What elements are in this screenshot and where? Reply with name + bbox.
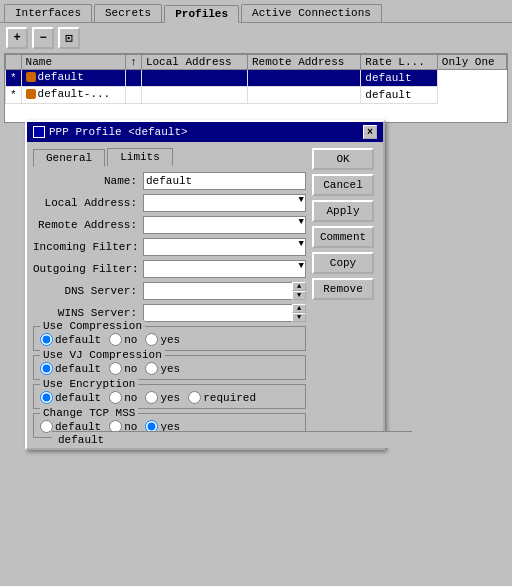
col-marker	[6, 55, 22, 70]
remote-address-row: Remote Address:	[33, 216, 306, 234]
ok-button[interactable]: OK	[312, 148, 374, 170]
dialog-right-panel: OK Cancel Apply Comment Copy Remove	[312, 148, 377, 442]
dialog-left-panel: General Limits Name: Local Address: Remo…	[33, 148, 306, 442]
comment-button[interactable]: Comment	[312, 226, 374, 248]
wins-spinner-down[interactable]: ▼	[292, 313, 306, 322]
row-onlyone: default	[361, 87, 438, 104]
profiles-table: Name ↑ Local Address Remote Address Rate…	[4, 53, 508, 123]
encryption-no-option: no	[109, 391, 137, 404]
local-address-row: Local Address:	[33, 194, 306, 212]
col-name[interactable]: Name	[21, 55, 126, 70]
tab-profiles[interactable]: Profiles	[164, 5, 239, 23]
copy-button[interactable]: ⊡	[58, 27, 80, 49]
name-row: Name:	[33, 172, 306, 190]
encryption-required-label: required	[203, 392, 256, 404]
compression-no-radio[interactable]	[109, 333, 122, 346]
wins-server-spinner: ▲ ▼	[143, 304, 306, 322]
encryption-required-radio[interactable]	[188, 391, 201, 404]
incoming-filter-select[interactable]	[143, 238, 306, 256]
tab-interfaces[interactable]: Interfaces	[4, 4, 92, 22]
dns-spinner-up[interactable]: ▲	[292, 282, 306, 291]
incoming-filter-select-wrapper	[143, 238, 306, 256]
use-compression-section: Use Compression default no yes	[33, 326, 306, 351]
copy-button[interactable]: Copy	[312, 252, 374, 274]
remote-address-label: Remote Address:	[33, 219, 143, 231]
compression-default-option: default	[40, 333, 101, 346]
use-compression-group: default no yes	[40, 333, 299, 346]
compression-yes-radio[interactable]	[145, 333, 158, 346]
name-label: Name:	[33, 175, 143, 187]
encryption-default-label: default	[55, 392, 101, 404]
add-button[interactable]: +	[6, 27, 28, 49]
encryption-yes-radio[interactable]	[145, 391, 158, 404]
encryption-default-option: default	[40, 391, 101, 404]
remote-address-select[interactable]	[143, 216, 306, 234]
local-address-select-wrapper	[143, 194, 306, 212]
row-name: default	[21, 70, 126, 87]
row-local	[126, 87, 142, 104]
wins-spinner-up[interactable]: ▲	[292, 304, 306, 313]
col-sort[interactable]: ↑	[126, 55, 142, 70]
outgoing-filter-row: Outgoing Filter:	[33, 260, 306, 278]
dialog-icon	[33, 126, 45, 138]
change-tcp-mss-legend: Change TCP MSS	[40, 407, 138, 419]
use-vj-compression-legend: Use VJ Compression	[40, 349, 165, 361]
toolbar: + − ⊡	[0, 23, 512, 53]
wins-server-input[interactable]	[143, 304, 306, 322]
outgoing-filter-select[interactable]	[143, 260, 306, 278]
dialog-close-button[interactable]: ×	[363, 125, 377, 139]
vj-default-radio[interactable]	[40, 362, 53, 375]
tab-secrets[interactable]: Secrets	[94, 4, 162, 22]
use-encryption-section: Use Encryption default no yes	[33, 384, 306, 409]
encryption-yes-label: yes	[160, 392, 180, 404]
vj-no-radio[interactable]	[109, 362, 122, 375]
local-address-select[interactable]	[143, 194, 306, 212]
compression-no-option: no	[109, 333, 137, 346]
dialog-tab-bar: General Limits	[33, 148, 306, 166]
incoming-filter-label: Incoming Filter:	[33, 241, 143, 253]
use-encryption-legend: Use Encryption	[40, 378, 138, 390]
encryption-no-label: no	[124, 392, 137, 404]
row-local	[126, 70, 142, 87]
dns-spinner-down[interactable]: ▼	[292, 291, 306, 300]
row-rate	[247, 87, 360, 104]
incoming-filter-row: Incoming Filter:	[33, 238, 306, 256]
row-onlyone: default	[361, 70, 438, 87]
vj-no-option: no	[109, 362, 137, 375]
dialog-content: General Limits Name: Local Address: Remo…	[27, 142, 383, 448]
encryption-default-radio[interactable]	[40, 391, 53, 404]
table-row[interactable]: * default-... default	[6, 87, 507, 104]
col-only-one[interactable]: Only One	[437, 55, 506, 70]
row-remote	[141, 87, 247, 104]
tab-active-connections[interactable]: Active Connections	[241, 4, 382, 22]
dns-server-input[interactable]	[143, 282, 306, 300]
apply-button[interactable]: Apply	[312, 200, 374, 222]
row-remote	[141, 70, 247, 87]
vj-default-option: default	[40, 362, 101, 375]
remove-button[interactable]: Remove	[312, 278, 374, 300]
col-local-address[interactable]: Local Address	[141, 55, 247, 70]
dialog-tab-limits[interactable]: Limits	[107, 148, 173, 166]
remove-button[interactable]: −	[32, 27, 54, 49]
compression-yes-label: yes	[160, 334, 180, 346]
compression-default-label: default	[55, 334, 101, 346]
status-text: default	[58, 434, 104, 446]
row-marker: *	[6, 87, 22, 104]
vj-yes-radio[interactable]	[145, 362, 158, 375]
ppp-profile-dialog: PPP Profile <default> × General Limits N…	[25, 120, 385, 450]
encryption-no-radio[interactable]	[109, 391, 122, 404]
encryption-yes-option: yes	[145, 391, 180, 404]
vj-yes-option: yes	[145, 362, 180, 375]
dns-server-spinner: ▲ ▼	[143, 282, 306, 300]
table-row[interactable]: * default default	[6, 70, 507, 87]
cancel-button[interactable]: Cancel	[312, 174, 374, 196]
name-input[interactable]	[143, 172, 306, 190]
dialog-tab-general[interactable]: General	[33, 149, 105, 167]
col-rate[interactable]: Rate L...	[361, 55, 438, 70]
vj-default-label: default	[55, 363, 101, 375]
compression-default-radio[interactable]	[40, 333, 53, 346]
dns-spinner-buttons: ▲ ▼	[292, 282, 306, 300]
use-vj-compression-group: default no yes	[40, 362, 299, 375]
col-remote-address[interactable]: Remote Address	[247, 55, 360, 70]
vj-yes-label: yes	[160, 363, 180, 375]
